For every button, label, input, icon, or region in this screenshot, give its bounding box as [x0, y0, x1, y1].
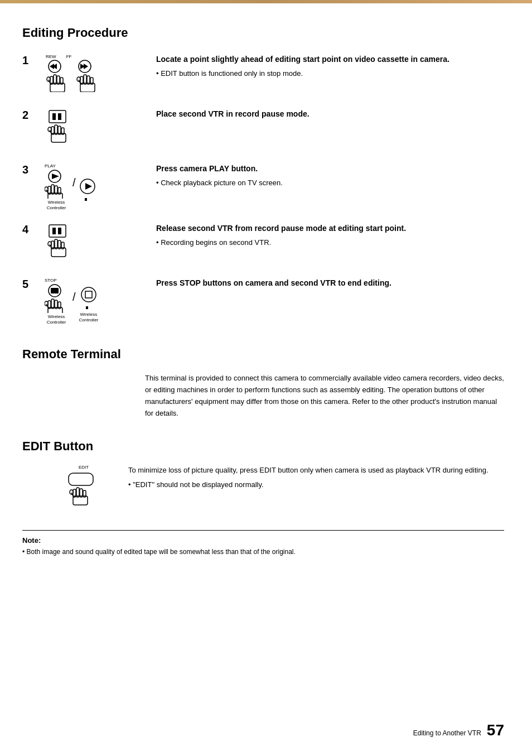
edit-icon-container: EDIT: [56, 465, 112, 511]
svg-point-38: [45, 187, 48, 191]
step-1-detail: EDIT button is functioned only in stop m…: [156, 68, 504, 79]
svg-point-9: [47, 77, 50, 81]
svg-rect-22: [58, 113, 61, 120]
rew-label: REW: [46, 54, 56, 59]
play-dot-icon: [84, 196, 91, 203]
edit-body-text: To minimize loss of picture quality, pre…: [128, 465, 504, 492]
svg-marker-40: [85, 183, 92, 190]
svg-point-61: [81, 287, 96, 302]
page-footer: Editing to Another VTR 57: [413, 721, 504, 739]
edit-body-line1: To minimize loss of picture quality, pre…: [128, 465, 504, 476]
step-5-title: Press STOP buttons on camera and second …: [156, 278, 504, 289]
wireless-label-5b: WirelessController: [79, 312, 99, 322]
svg-rect-64: [69, 473, 93, 485]
stop-hand-icon: [45, 284, 68, 313]
step-2: 2: [22, 106, 504, 151]
step-1-text: Locate a point slightly ahead of editing…: [139, 51, 504, 79]
step-1-number: 1: [22, 51, 39, 67]
pause-hand-icon: [45, 109, 78, 147]
play-circle-icon: [79, 178, 96, 195]
procedure-steps: 1 REW FF: [22, 51, 504, 325]
svg-point-29: [48, 127, 51, 132]
remote-terminal-text: This terminal is provided to connect thi…: [145, 373, 504, 419]
pause-hand2-icon: [45, 223, 78, 261]
edit-hand-icon: [66, 471, 102, 511]
note-text: Both image and sound quality of edited t…: [22, 547, 504, 557]
step-5-text: Press STOP buttons on camera and second …: [139, 275, 504, 292]
step-5-number: 5: [22, 275, 39, 291]
edit-button-section: EDIT Button EDIT: [22, 439, 504, 511]
ff-label: FF: [66, 54, 72, 59]
svg-point-71: [70, 490, 73, 494]
svg-point-19: [77, 77, 80, 81]
wireless-label-3: WirelessController: [47, 200, 66, 210]
step-3-detail: Check playback picture on TV screen.: [156, 177, 504, 189]
edit-row: EDIT To minimi: [22, 465, 504, 511]
remote-terminal-title: Remote Terminal: [22, 347, 504, 362]
note-section: Note: Both image and sound quality of ed…: [22, 530, 504, 557]
svg-rect-62: [85, 291, 92, 298]
remote-terminal-body: This terminal is provided to connect thi…: [145, 373, 504, 419]
step-4-number: 4: [22, 220, 39, 236]
svg-rect-42: [49, 225, 66, 237]
step-2-icon: [39, 106, 139, 147]
svg-rect-20: [49, 110, 66, 123]
svg-rect-41: [85, 198, 87, 201]
step-4-detail: Recording begins on second VTR.: [156, 237, 504, 248]
step-1-icon: REW FF: [39, 51, 139, 92]
step-5: 5 STOP: [22, 275, 504, 325]
separator-5: /: [72, 291, 76, 302]
step-3-title: Press camera PLAY button.: [156, 163, 504, 175]
step-2-text: Place second VTR in record pause mode.: [139, 106, 504, 123]
wireless-label-5a: WirelessController: [47, 314, 66, 325]
svg-rect-53: [51, 288, 59, 293]
step-3-icon: PLAY: [39, 161, 139, 210]
step-5-icon: STOP: [39, 275, 139, 325]
stop-dot-icon: [85, 304, 92, 311]
edit-label: EDIT: [79, 465, 89, 470]
step-2-title: Place second VTR in record pause mode.: [156, 109, 504, 120]
rew-hand-icon: [45, 60, 71, 92]
stop-label: STOP: [45, 278, 57, 283]
step-2-number: 2: [22, 106, 39, 122]
footer-label: Editing to Another VTR: [413, 729, 481, 737]
editing-procedure-title: Editing Procedure: [22, 26, 504, 40]
step-3-text: Press camera PLAY button. Check playback…: [139, 161, 504, 188]
separator-3: /: [72, 177, 76, 188]
edit-button-title: EDIT Button: [22, 439, 504, 454]
stop-circle-icon: [80, 286, 97, 303]
note-title: Note:: [22, 536, 504, 545]
svg-point-60: [45, 301, 48, 306]
step-4-title: Release second VTR from record pause mod…: [156, 223, 504, 234]
play-label: PLAY: [45, 163, 56, 168]
svg-marker-12: [84, 64, 88, 69]
svg-marker-2: [50, 64, 54, 69]
step-4-text: Release second VTR from record pause mod…: [139, 220, 504, 248]
editing-procedure-section: Editing Procedure 1 REW FF: [22, 26, 504, 325]
step-1-title: Locate a point slightly ahead of editing…: [156, 54, 504, 65]
svg-point-51: [48, 242, 51, 246]
remote-terminal-section: Remote Terminal This terminal is provide…: [22, 347, 504, 419]
svg-rect-43: [52, 228, 56, 234]
svg-rect-63: [86, 306, 88, 309]
step-4-icon: [39, 220, 139, 261]
step-3-number: 3: [22, 161, 39, 176]
step-3: 3 PLAY: [22, 161, 504, 210]
edit-body-line2: "EDIT" should not be displayed normally.: [128, 479, 504, 491]
footer-page-number: 57: [487, 721, 504, 739]
ff-hand-icon: [75, 60, 101, 92]
step-4: 4: [22, 220, 504, 265]
play-hand-icon: [45, 170, 68, 199]
svg-rect-21: [52, 113, 56, 120]
svg-rect-44: [58, 228, 61, 234]
step-1: 1 REW FF: [22, 51, 504, 96]
svg-marker-31: [52, 174, 59, 179]
